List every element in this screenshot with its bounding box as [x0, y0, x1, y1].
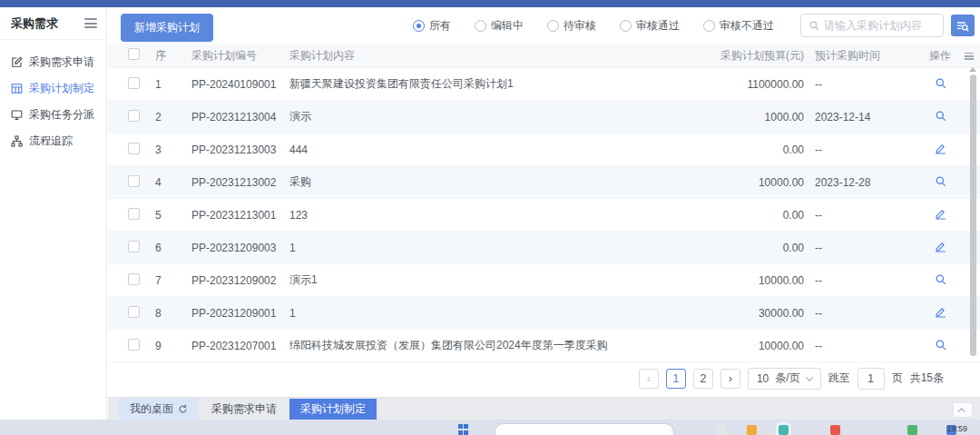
- cell-actions: [915, 143, 965, 157]
- search-input[interactable]: [824, 19, 936, 32]
- cell-actions: [915, 241, 965, 255]
- app-icon-red[interactable]: [830, 425, 840, 435]
- action-edit-button[interactable]: [935, 143, 946, 157]
- pagination-bar: ‹ 12 › 10 条/页 跳至 页 共15条: [108, 363, 980, 393]
- windows-logo[interactable]: [458, 424, 469, 435]
- row-checkbox-cell: [128, 143, 155, 157]
- row-checkbox[interactable]: [128, 143, 140, 154]
- cell-time: --: [815, 143, 915, 156]
- cell-code: PP-20231209002: [191, 274, 289, 287]
- row-checkbox[interactable]: [128, 110, 140, 122]
- scrollbar-up-arrow[interactable]: [969, 67, 976, 72]
- page-button-1[interactable]: 1: [666, 369, 686, 389]
- col-header-index: 序: [155, 48, 191, 64]
- row-checkbox-cell: [128, 306, 155, 321]
- column-settings-icon[interactable]: [965, 51, 974, 62]
- tab-desktop[interactable]: 我的桌面: [119, 399, 199, 420]
- app-icon-orange[interactable]: [747, 425, 757, 435]
- radio-icon: [703, 20, 715, 32]
- action-view-button[interactable]: [935, 175, 946, 190]
- cell-code: PP-20231213002: [191, 176, 289, 189]
- action-edit-button[interactable]: [935, 241, 946, 255]
- action-view-button[interactable]: [935, 273, 946, 288]
- sidebar-title: 采购需求: [11, 15, 58, 32]
- row-checkbox[interactable]: [128, 339, 140, 351]
- add-plan-button[interactable]: 新增采购计划: [121, 14, 213, 42]
- row-checkbox[interactable]: [128, 77, 140, 89]
- radio-icon: [413, 20, 425, 32]
- action-edit-button[interactable]: [935, 306, 946, 321]
- radio-icon: [620, 20, 632, 32]
- sidebar-nav: 采购需求申请采购计划制定采购任务分派流程追踪: [0, 40, 106, 154]
- cell-time: --: [815, 307, 915, 320]
- cell-budget: 30000.00: [642, 307, 815, 320]
- row-checkbox[interactable]: [128, 241, 140, 252]
- row-checkbox[interactable]: [128, 306, 140, 318]
- advanced-search-button[interactable]: [951, 15, 975, 36]
- filter-editing[interactable]: 编辑中: [475, 18, 524, 34]
- cell-actions: [915, 77, 965, 92]
- action-edit-button[interactable]: [935, 208, 946, 222]
- search-icon: [808, 20, 819, 31]
- table-row: 6PP-2023120900310.00--: [108, 232, 980, 264]
- tab-plan[interactable]: 采购计划制定: [289, 399, 377, 420]
- action-view-button[interactable]: [935, 110, 946, 124]
- plans-table: 序 采购计划编号 采购计划内容 采购计划预算(元) 预计采购时间 操作 1PP-…: [108, 44, 980, 362]
- app-icon-green[interactable]: [907, 425, 917, 435]
- next-page-button[interactable]: ›: [720, 369, 740, 389]
- cell-time: --: [815, 274, 915, 287]
- tab-request[interactable]: 采购需求申请: [201, 399, 288, 420]
- radio-icon: [475, 20, 486, 32]
- jump-page-input[interactable]: [858, 368, 885, 390]
- cell-code: PP-20231213001: [191, 209, 289, 222]
- filter-rejected[interactable]: 审核不通过: [703, 18, 774, 34]
- cell-content: 绵阳科技城发展投资（发展）集团有限公司2024年度第一季度采购: [289, 338, 642, 353]
- filter-pending[interactable]: 待审核: [547, 18, 596, 34]
- cell-actions: [915, 208, 965, 222]
- cell-content: 采购: [289, 174, 642, 190]
- sidebar-item-trace[interactable]: 流程追踪: [0, 128, 106, 154]
- page-button-2[interactable]: 2: [693, 369, 713, 389]
- prev-page-button[interactable]: ‹: [639, 369, 659, 389]
- search-pill[interactable]: [495, 423, 674, 435]
- cell-time: --: [815, 209, 915, 222]
- tab-label: 采购计划制定: [300, 401, 366, 417]
- collapse-button[interactable]: [953, 402, 973, 418]
- cell-content: 演示: [289, 109, 642, 124]
- cell-content: 1: [289, 307, 642, 320]
- action-view-button[interactable]: [935, 77, 946, 92]
- cell-content: 123: [289, 209, 642, 222]
- hamburger-icon[interactable]: [84, 16, 97, 31]
- row-checkbox[interactable]: [128, 273, 140, 285]
- refresh-icon: [178, 404, 188, 414]
- sidebar-item-assign[interactable]: 采购任务分派: [0, 102, 106, 128]
- scrollbar-thumb[interactable]: [970, 74, 976, 356]
- filter-approved[interactable]: 审核通过: [620, 18, 680, 34]
- bottom-tab-strip: 我的桌面采购需求申请采购计划制定: [108, 397, 980, 420]
- app-icon-teal[interactable]: [779, 425, 789, 435]
- sidebar-item-label: 采购计划制定: [29, 81, 94, 96]
- table-body: 1PP-20240109001新疆天聚建设投资集团有限责任公司采购计划11100…: [108, 68, 980, 362]
- action-view-button[interactable]: [935, 339, 946, 353]
- top-accent-bar: [0, 0, 980, 7]
- page-size-select[interactable]: 10 条/页: [748, 368, 821, 390]
- sidebar-item-request[interactable]: 采购需求申请: [0, 49, 106, 75]
- filter-label: 待审核: [564, 18, 596, 34]
- tab-label: 采购需求申请: [211, 401, 277, 417]
- cell-index: 8: [155, 307, 191, 320]
- toolbar: 新增采购计划 所有编辑中待审核审核通过审核不通过: [108, 7, 980, 44]
- cell-index: 6: [155, 242, 191, 254]
- cell-actions: [915, 175, 965, 190]
- sidebar-item-plan[interactable]: 采购计划制定: [0, 75, 106, 102]
- cell-actions: [915, 110, 965, 124]
- status-filter-group: 所有编辑中待审核审核通过审核不通过: [413, 7, 774, 44]
- select-all-checkbox[interactable]: [128, 48, 140, 60]
- app-icon-files[interactable]: [716, 425, 726, 435]
- sidebar-item-label: 采购需求申请: [29, 54, 94, 70]
- row-checkbox[interactable]: [128, 175, 140, 187]
- edit-square-icon: [11, 56, 23, 68]
- cell-budget: 1000.00: [642, 111, 815, 124]
- filter-all[interactable]: 所有: [413, 18, 451, 34]
- chevron-up-icon: [957, 408, 965, 415]
- row-checkbox[interactable]: [128, 208, 140, 220]
